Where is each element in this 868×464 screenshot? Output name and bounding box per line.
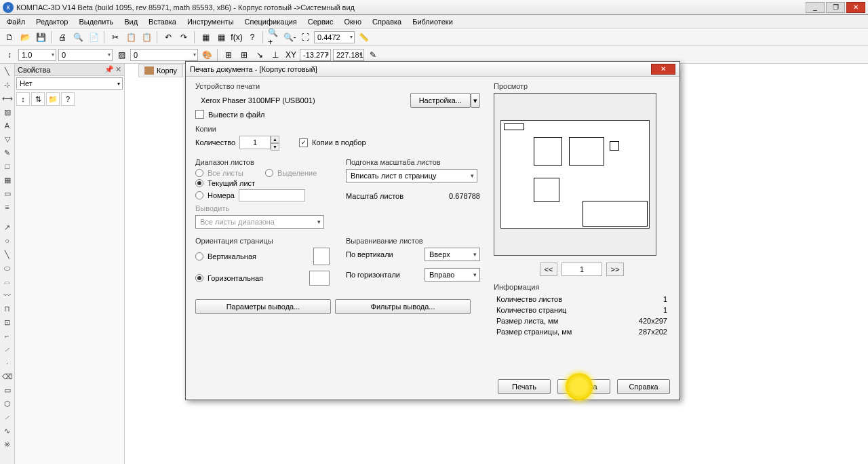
pmt-4-icon[interactable]: ?: [61, 92, 75, 106]
save-icon[interactable]: 💾: [34, 31, 47, 44]
menu-window[interactable]: Окно: [340, 16, 366, 27]
cancel-button[interactable]: Отмена: [557, 379, 610, 394]
range-numbers-input[interactable]: [239, 189, 305, 201]
maximize-button[interactable]: ❐: [826, 2, 845, 13]
tool-sel-icon[interactable]: ▭: [1, 187, 14, 199]
tool-dim-icon[interactable]: ⟷: [1, 92, 14, 104]
sub-16-icon[interactable]: ∿: [1, 425, 14, 437]
menu-spec[interactable]: Спецификация: [241, 16, 301, 27]
sub-8-icon[interactable]: ⊡: [1, 316, 14, 328]
zoom-combo[interactable]: 0.4472: [314, 31, 355, 43]
spin-down-icon[interactable]: ▼: [271, 143, 279, 151]
paste-icon[interactable]: 📋: [140, 31, 153, 44]
cut-icon[interactable]: ✂: [108, 31, 122, 44]
print-icon[interactable]: 🖨: [56, 31, 69, 44]
pmt-1-icon[interactable]: ↕: [16, 92, 30, 106]
pencil-icon[interactable]: ✎: [366, 48, 380, 62]
settings-button[interactable]: Настройка...: [410, 93, 471, 108]
preview-icon[interactable]: 🔍: [71, 31, 85, 44]
help-icon[interactable]: ?: [245, 31, 259, 44]
grid2-icon[interactable]: ⊞: [237, 48, 251, 62]
menu-tools[interactable]: Инструменты: [183, 16, 238, 27]
sub-7-icon[interactable]: ⊓: [1, 303, 14, 315]
sub-17-icon[interactable]: ※: [1, 438, 14, 450]
combo-1[interactable]: 1.0: [18, 49, 56, 61]
print-button[interactable]: Печать: [498, 379, 551, 394]
menu-edit[interactable]: Редактор: [32, 16, 72, 27]
snap-icon[interactable]: ↘: [253, 48, 267, 62]
sub-1-icon[interactable]: ↗: [1, 221, 14, 233]
menu-view[interactable]: Вид: [120, 16, 142, 27]
help-button[interactable]: Справка: [617, 379, 670, 394]
menu-help[interactable]: Справка: [368, 16, 406, 27]
pmt-2-icon[interactable]: ⇅: [31, 92, 45, 106]
dialog-close-button[interactable]: ✕: [651, 64, 675, 75]
sub-9-icon[interactable]: ⌐: [1, 330, 14, 342]
tool-hatch-icon[interactable]: ▨: [1, 106, 14, 118]
align-v-combo[interactable]: Вверх: [425, 248, 480, 261]
redo-icon[interactable]: ↷: [177, 31, 191, 44]
spin-up-icon[interactable]: ▲: [271, 136, 279, 143]
fx-icon[interactable]: f(x): [230, 31, 243, 44]
zoom-in-icon[interactable]: 🔍+: [267, 31, 281, 44]
sub-11-icon[interactable]: ·: [1, 357, 14, 369]
sub-15-icon[interactable]: ⟋: [1, 411, 14, 423]
menu-file[interactable]: Файл: [3, 16, 29, 27]
pin-icon[interactable]: 📌: [104, 65, 114, 74]
xy-icon[interactable]: XY: [284, 48, 298, 62]
filters-button[interactable]: Фильтры вывода...: [335, 299, 471, 314]
tool-measure-icon[interactable]: ▦: [1, 174, 14, 186]
tool-param-icon[interactable]: □: [1, 160, 14, 172]
sub-6-icon[interactable]: 〰: [1, 289, 14, 301]
zoom-fit-icon[interactable]: ⛶: [298, 31, 312, 44]
menu-insert[interactable]: Вставка: [144, 16, 180, 27]
tool-snap-icon[interactable]: ⊹: [1, 79, 14, 91]
page-number[interactable]: 1: [561, 263, 602, 276]
tool-a-icon[interactable]: ▦: [199, 31, 212, 44]
sub-4-icon[interactable]: ⬭: [1, 262, 14, 274]
open-icon[interactable]: 📂: [18, 31, 32, 44]
fit-combo[interactable]: Вписать лист в страницу: [346, 169, 477, 182]
menu-select[interactable]: Выделить: [75, 16, 117, 27]
color-icon[interactable]: 🎨: [200, 48, 214, 62]
new-icon[interactable]: 🗋: [3, 31, 16, 44]
menu-libs[interactable]: Библиотеки: [408, 16, 457, 27]
combo-2[interactable]: 0: [58, 49, 113, 61]
copy-icon[interactable]: 📋: [124, 31, 138, 44]
ortho-icon[interactable]: ⊥: [269, 48, 282, 62]
qty-spinner[interactable]: 1 ▲▼: [239, 136, 271, 149]
settings-dropdown-button[interactable]: ▾: [471, 93, 480, 108]
page-prev-button[interactable]: <<: [540, 263, 557, 276]
tool-rough-icon[interactable]: ▽: [1, 133, 14, 145]
range-sel-radio[interactable]: [265, 169, 273, 177]
coord-x[interactable]: -13.277: [300, 49, 331, 61]
pmt-3-icon[interactable]: 📁: [46, 92, 60, 106]
combo-3[interactable]: 0: [130, 49, 198, 61]
sub-12-icon[interactable]: ⌫: [1, 370, 14, 383]
sub-10-icon[interactable]: ⟋: [1, 343, 14, 355]
minimize-button[interactable]: _: [806, 2, 825, 13]
orient-v-radio[interactable]: [195, 252, 203, 260]
document-tab[interactable]: Корпу: [138, 64, 183, 77]
sub-5-icon[interactable]: ⌓: [1, 275, 14, 288]
pointer-icon[interactable]: ↕: [3, 48, 16, 62]
sub-13-icon[interactable]: ▭: [1, 384, 14, 396]
collate-checkbox[interactable]: ✓: [299, 138, 308, 147]
doc-icon[interactable]: 📄: [87, 31, 100, 44]
params-button[interactable]: Параметры вывода...: [195, 299, 331, 314]
range-current-radio[interactable]: [195, 179, 203, 187]
tool-spec-icon[interactable]: ≡: [1, 201, 14, 213]
menu-service[interactable]: Сервис: [304, 16, 338, 27]
orient-h-radio[interactable]: [195, 274, 203, 282]
undo-icon[interactable]: ↶: [161, 31, 175, 44]
ruler-icon[interactable]: 📏: [357, 31, 370, 44]
tool-text-icon[interactable]: A: [1, 119, 14, 132]
range-numbers-radio[interactable]: [195, 191, 203, 199]
tool-edit-icon[interactable]: ✎: [1, 147, 14, 159]
close-panel-icon[interactable]: ✕: [115, 65, 121, 74]
tool-b-icon[interactable]: ▦: [214, 31, 228, 44]
coord-y[interactable]: 227.181: [333, 49, 364, 61]
page-next-button[interactable]: >>: [606, 263, 624, 276]
output-file-checkbox[interactable]: [195, 110, 204, 119]
close-button[interactable]: ✕: [846, 2, 865, 13]
